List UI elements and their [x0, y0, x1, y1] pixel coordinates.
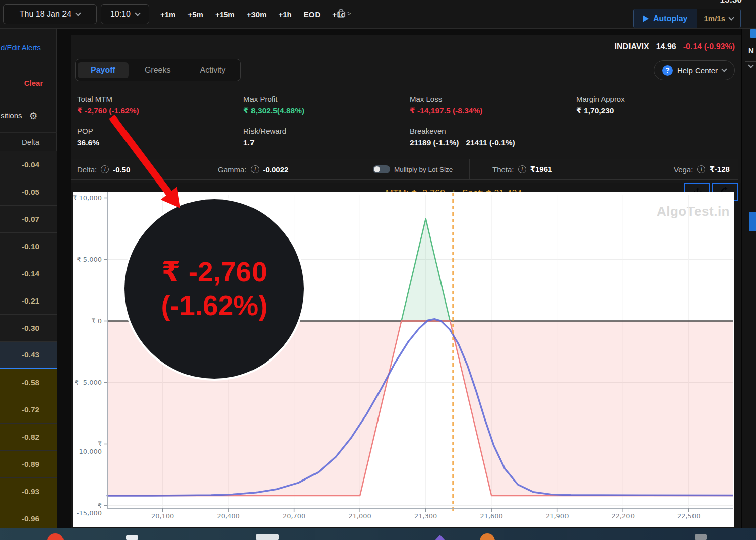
stat-margin: Margin Approx ₹ 1,70,230 [576, 95, 625, 115]
time-step-button[interactable]: EOD [304, 10, 321, 19]
delta-row[interactable]: -0.07 [0, 206, 57, 233]
greek-gamma: Gamma: i -0.0022 [218, 159, 288, 179]
delta-row[interactable]: -0.05 [0, 178, 57, 206]
greeks-strip: Delta: i -0.50 Gamma: i -0.0022 Mulitply… [71, 159, 738, 180]
speed-selector[interactable]: 1m/1s [697, 9, 740, 28]
clear-button[interactable]: Clear [0, 67, 57, 99]
time-step-buttons: +1m+5m+15m+30m+1hEOD+1d [160, 0, 346, 29]
delta-row[interactable]: -0.72 [0, 396, 57, 424]
date-picker[interactable]: Thu 18 Jan 24 [3, 4, 97, 24]
autoplay-label: Autoplay [653, 14, 687, 23]
stat-total-mtm: Total MTM ₹ -2,760 (-1.62%) [77, 95, 139, 115]
x-axis-tick-label: 21,000 [340, 512, 380, 520]
info-icon[interactable]: i [251, 165, 259, 173]
delta-row[interactable]: -0.21 [0, 287, 57, 315]
y-axis-tick-label: ₹ -10,000 [71, 440, 102, 455]
taskbar-app-icon[interactable] [47, 533, 64, 540]
y-axis-tick-label: ₹ -5,000 [71, 379, 102, 386]
x-axis-tick-label: 21,300 [406, 512, 446, 520]
stat-label: POP [77, 127, 99, 135]
delta-rows: -0.04-0.05-0.07-0.10-0.14-0.21-0.30-0.43… [0, 151, 57, 532]
add-edit-alerts-link[interactable]: d/Edit Alerts [0, 29, 57, 67]
greek-label: Gamma: [218, 165, 247, 174]
view-tabs: PayoffGreeksActivity [75, 59, 241, 81]
toggle-knob [374, 166, 380, 172]
date-picker-value: Thu 18 Jan 24 [20, 10, 71, 19]
delta-row[interactable]: -0.93 [0, 478, 57, 505]
time-picker[interactable]: 10:10 [101, 4, 149, 24]
stat-value: ₹ -2,760 (-1.62%) [77, 106, 139, 115]
stat-label: Max Loss [410, 95, 482, 103]
y-axis-tick-label: ₹ 5,000 [71, 256, 102, 263]
x-axis-tick-label: 22,200 [603, 512, 643, 520]
right-rail: N [741, 29, 756, 528]
time-step-button[interactable]: +5m [187, 10, 203, 19]
delta-row[interactable]: -0.89 [0, 451, 57, 478]
app-root: Thu 18 Jan 24 10:10 +1m+5m+15m+30m+1hEOD… [0, 0, 756, 540]
chevron-down-icon [728, 15, 734, 20]
stat-label: Margin Approx [576, 95, 625, 103]
stat-label: Total MTM [77, 95, 139, 103]
speed-value: 1m/1s [704, 14, 725, 23]
positions-sidebar: d/Edit Alerts Clear sitions ⚙ Delta -0.0… [0, 29, 57, 528]
time-step-button[interactable]: +15m [215, 10, 235, 19]
chevron-down-icon [135, 10, 140, 16]
gear-icon[interactable]: ⚙ [29, 110, 38, 122]
lot-size-label: Mulitply by Lot Size [394, 166, 453, 173]
help-label: Help Center [677, 66, 718, 75]
delta-column-header: Delta [0, 133, 57, 151]
y-axis-tick-label: ₹ 0 [71, 317, 102, 325]
positions-header: sitions ⚙ [0, 99, 57, 133]
delta-header-label: Delta [22, 138, 39, 146]
y-axis-tick-label: ₹ -15,000 [71, 502, 102, 517]
delta-row[interactable]: -0.14 [0, 260, 57, 287]
taskbar-app-icon[interactable] [256, 534, 279, 540]
panel-icon[interactable] [750, 29, 756, 38]
divider [469, 159, 470, 179]
autoplay-button[interactable]: Autoplay [634, 9, 697, 28]
delta-row[interactable]: -0.10 [0, 233, 57, 260]
time-step-button[interactable]: +1m [160, 10, 175, 19]
tab-payoff[interactable]: Payoff [78, 62, 129, 78]
breakeven-2: 21411 (-0.1%) [466, 138, 515, 147]
time-step-button[interactable]: +30m [247, 10, 267, 19]
delta-row[interactable]: -0.04 [0, 151, 57, 178]
stat-max-profit: Max Profit ₹ 8,302.5(4.88%) [243, 95, 304, 115]
info-icon[interactable]: i [101, 165, 109, 173]
delta-row[interactable]: -0.43 [0, 342, 57, 369]
info-icon[interactable]: i [697, 165, 705, 173]
question-icon: ? [662, 65, 673, 76]
chevron-down-icon [75, 10, 81, 16]
breakeven-1: 21189 (-1.1%) [410, 138, 459, 147]
chevron-down-icon [721, 66, 727, 72]
delta-row[interactable]: -0.82 [0, 424, 57, 451]
x-axis-tick-label: 20,700 [274, 512, 314, 520]
taskbar-app-icon[interactable] [434, 535, 446, 540]
greek-vega: Vega: i ₹-128 [674, 159, 730, 179]
greek-label: Delta: [77, 165, 97, 174]
taskbar-app-icon[interactable] [695, 534, 707, 540]
stat-value: 36.6% [77, 138, 99, 147]
taskbar-app-icon[interactable] [480, 533, 495, 540]
x-axis-tick-label: 20,100 [143, 512, 183, 520]
shopping-bag-icon [337, 9, 345, 18]
indiavix-ticker: INDIAVIX 14.96 -0.14 (-0.93%) [615, 42, 735, 51]
stat-value: ₹ -14,197.5 (-8.34%) [410, 106, 482, 115]
stat-label: Max Profit [243, 95, 304, 103]
delta-row[interactable]: -0.58 [0, 369, 57, 396]
taskbar-app-icon[interactable] [126, 535, 138, 540]
tab-activity[interactable]: Activity [186, 62, 238, 78]
chevron-down-icon[interactable] [748, 62, 753, 68]
lot-size-toggle[interactable] [373, 165, 390, 173]
info-icon[interactable]: i [518, 165, 526, 173]
scrollbar-thumb[interactable] [749, 212, 756, 231]
delta-row[interactable]: -0.30 [0, 315, 57, 342]
basket-group[interactable]: > [337, 9, 351, 18]
tab-greeks[interactable]: Greeks [132, 62, 184, 78]
greek-label: Vega: [674, 165, 693, 174]
stat-label: Risk/Reward [243, 127, 286, 135]
time-step-button[interactable]: +1h [279, 10, 292, 19]
stat-value: ₹ 8,302.5(4.88%) [243, 106, 304, 115]
help-center-button[interactable]: ? Help Center [654, 60, 735, 80]
positions-label: sitions [1, 111, 22, 120]
